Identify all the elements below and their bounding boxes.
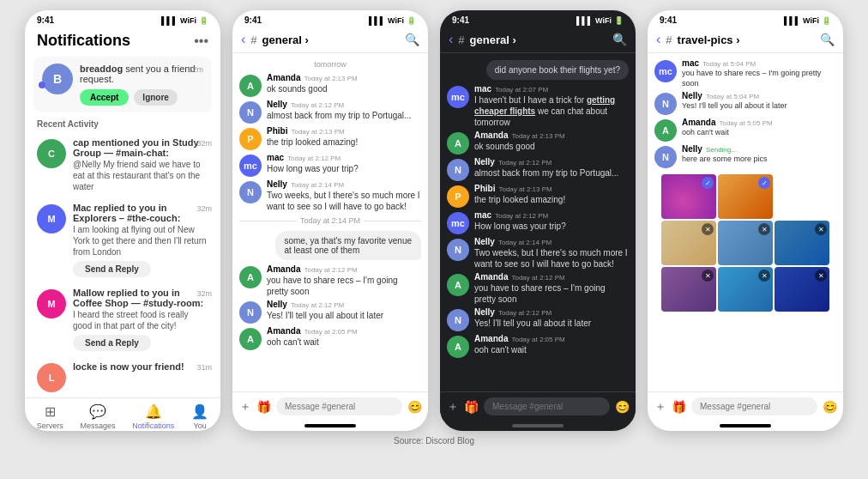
status-icons-4: ▌▌▌ WiFi 🔋 [784,16,831,25]
gift-icon-4[interactable]: 🎁 [672,400,686,414]
tp-amanda-avatar: A [654,119,677,142]
breaddog-avatar: B [42,64,73,94]
tp-amanda-msg: AmandaToday at 5:05 PM ooh can't wait [682,118,836,138]
search-button-3[interactable]: 🔍 [612,33,627,46]
ignore-button[interactable]: Ignore [134,89,178,106]
photo-underwater[interactable]: ✕ [775,267,829,312]
channel-name-4: travel-pics › [678,33,815,46]
reply-button-2[interactable]: Send a Reply [73,261,151,277]
gift-icon-2[interactable]: 🎁 [256,400,271,414]
mic-icon-4[interactable]: 🎤 [842,400,843,414]
notifications-title: Notifications [37,32,130,50]
home-indicator-3 [512,424,564,427]
chat-input-bar-3: ＋ 🎁 😊 🎤 [440,391,636,421]
travel-pics-header: ‹ # travel-pics › 🔍 [648,27,843,53]
msg-amanda-2: A AmandaToday at 2:12 PM you have to sha… [239,264,421,297]
photo-desert[interactable]: ✕ [661,221,716,265]
unread-dot [39,82,45,88]
reply-button-3[interactable]: Send a Reply [73,335,151,351]
amanda-msg-3: AmandaToday at 2:05 PM ooh can't wait [267,326,421,348]
notification-item-4: L locke is now your friend! 31m [25,356,220,397]
more-options-icon[interactable]: ••• [194,33,208,49]
dark-bubble-top: did anyone book their flights yet? [447,60,629,80]
back-button-4[interactable]: ‹ [656,32,660,47]
emoji-icon-4[interactable]: 😊 [823,400,837,414]
cap-avatar: C [37,139,66,168]
photo-grid: ✓ ✓ ✕ ✕ ✕ [661,174,829,312]
notif-3-title: Mallow replied to you in Coffee Shop — #… [73,288,208,308]
status-bar-2: 9:41 ▌▌▌ WiFi 🔋 [232,10,428,27]
nav-servers[interactable]: ⊞ Servers [37,403,63,430]
plus-icon-4[interactable]: ＋ [654,399,666,415]
friend-request-card: B breaddog sent you a friend request. Ac… [33,57,212,112]
message-input-2[interactable] [276,397,402,415]
photo-sunset[interactable]: ✓ [718,174,773,219]
signal-icon: ▌▌▌ [161,16,178,25]
home-indicator-2 [304,424,356,427]
status-icons-1: ▌▌▌ WiFi 🔋 [161,16,208,25]
photo-ocean[interactable]: ✕ [718,221,773,265]
time-1: 9:41 [37,15,54,25]
amanda-msg-2: AmandaToday at 2:12 PM you have to share… [267,264,421,297]
photo-sky[interactable]: ✕ [775,221,829,265]
dark-amanda-msg: AmandaToday at 2:13 PM ok sounds good [474,130,629,152]
tp-nelly-avatar-2: N [654,146,677,168]
battery-icon: 🔋 [199,16,208,25]
messages-area-4: mc macToday at 5:04 PM you have to share… [648,53,843,391]
phone-general-light: 9:41 ▌▌▌ WiFi 🔋 ‹ # general › 🔍 tomorrow… [232,10,428,431]
mac-msg-1: macToday at 2:12 PM How long was your tr… [267,153,421,174]
phibi-msg-1: PhibiToday at 2:13 PM the trip looked am… [267,126,421,148]
nav-messages-label: Messages [81,421,116,430]
nelly-avatar-3: N [239,301,262,324]
bubble-text-1: some, ya that's my favorite venue at lea… [284,236,412,255]
mic-icon-3[interactable]: 🎤 [635,400,636,414]
emoji-icon-3[interactable]: 😊 [615,400,630,414]
status-icons-2: ▌▌▌ WiFi 🔋 [369,16,416,25]
message-input-3[interactable] [484,397,610,415]
dark-mac-avatar: mc [447,86,469,108]
emoji-icon-2[interactable]: 😊 [407,400,422,414]
tp-nelly-avatar: N [654,93,677,115]
dark-nelly-msg: NellyToday at 2:12 PM almost back from m… [474,157,629,179]
continue-text: tomorrow [239,60,421,69]
msg-mac-1: mc macToday at 2:12 PM How long was your… [239,153,421,177]
gift-icon-3[interactable]: 🎁 [464,400,479,414]
photo-water[interactable]: ✕ [718,267,773,312]
photo-check-5: ✕ [815,223,827,235]
accept-button[interactable]: Accept [80,89,129,106]
notifications-icon: 🔔 [145,403,162,420]
photo-check-8: ✕ [815,270,827,282]
time-2: 9:41 [244,15,262,25]
channel-icon-4: # [666,33,672,46]
dark-phibi-msg: PhibiToday at 2:13 PM the trip looked am… [474,184,629,205]
dark-nelly-avatar-3: N [447,309,469,331]
photo-jellyfish[interactable]: ✓ [661,174,716,219]
nav-you[interactable]: 👤 You [191,403,208,430]
notif-4-title: locke is now your friend! [73,361,208,372]
locke-avatar: L [37,363,66,392]
nelly-msg-3: NellyToday at 2:12 PM Yes! I'll tell you… [267,300,421,321]
battery-icon-4: 🔋 [822,16,831,25]
wifi-icon-3: WiFi [595,16,612,25]
photo-purple-1[interactable]: ✕ [661,267,716,312]
mac-avatar-1: mc [239,155,262,177]
nav-notifications[interactable]: 🔔 Notifications [132,403,174,430]
search-button-4[interactable]: 🔍 [820,33,835,46]
dark-amanda-avatar-3: A [447,336,469,358]
msg-amanda-3: A AmandaToday at 2:05 PM ooh can't wait [239,326,421,350]
dark-msg-nelly-1: N NellyToday at 2:12 PM almost back from… [447,157,629,181]
plus-icon-2[interactable]: ＋ [239,399,251,415]
phone-travel-pics: 9:41 ▌▌▌ WiFi 🔋 ‹ # travel-pics › 🔍 mc m… [648,10,843,431]
nav-messages[interactable]: 💬 Messages [81,403,116,430]
message-input-4[interactable] [691,397,817,415]
back-button-2[interactable]: ‹ [241,32,245,47]
general-dark-header: ‹ # general › 🔍 [440,27,636,53]
status-bar-1: 9:41 ▌▌▌ WiFi 🔋 [25,10,220,27]
search-button-2[interactable]: 🔍 [405,33,419,46]
msg-nelly-3: N NellyToday at 2:12 PM Yes! I'll tell y… [239,300,421,324]
recent-activity-label: Recent Activity [25,112,220,132]
plus-icon-3[interactable]: ＋ [447,399,459,415]
mic-icon-2[interactable]: 🎤 [427,400,428,414]
back-button-3[interactable]: ‹ [449,32,453,47]
photo-check-3: ✕ [702,223,714,235]
